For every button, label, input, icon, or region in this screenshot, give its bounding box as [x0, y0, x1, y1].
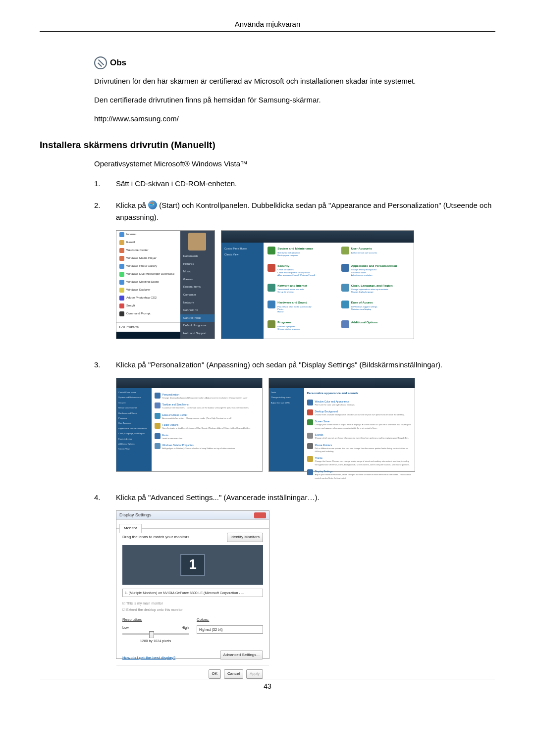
- sm-item: Windows Photo Gallery: [116, 262, 180, 270]
- step-1: 1. Sätt i CD-skivan i CD-ROM-enheten.: [94, 178, 495, 190]
- drag-text: Drag the icons to match your monitors.: [122, 534, 190, 541]
- step-number: 2.: [94, 200, 104, 349]
- note-paragraph-2: Den certifierade drivrutinen finns på he…: [94, 94, 495, 106]
- pz-item: PersonalizationChange desktop background…: [155, 391, 259, 401]
- pz-left-item: Additional Options: [118, 442, 150, 447]
- pz-item: Screen SaverChange your screen saver or …: [307, 418, 412, 431]
- cp-category: SecurityCheck for updatesCheck this comp…: [268, 264, 336, 281]
- step-number: 1.: [94, 178, 104, 190]
- search-bar: [116, 332, 180, 339]
- pz-left-item: Tasks: [271, 390, 302, 395]
- step-text-before: Klicka på: [116, 201, 148, 209]
- cp-left-item: Classic View: [224, 252, 261, 257]
- identify-monitors-button: Identify Monitors: [227, 533, 263, 542]
- sm-item: Windows Meeting Space: [116, 278, 180, 286]
- sm-ritem: Pictures: [180, 260, 214, 268]
- section-heading: Installera skärmens drivrutin (Manuellt): [40, 140, 495, 151]
- step-text: Sätt i CD-skivan i CD-ROM-enheten.: [116, 178, 495, 190]
- sm-item: Welcome Center: [116, 247, 180, 254]
- sm-item: Adobe Photoshop CS2: [116, 294, 180, 302]
- monitor-1-icon: 1: [180, 554, 205, 576]
- colors-dropdown: Highest (32 bit): [197, 625, 263, 634]
- advanced-settings-button: Advanced Settings...: [220, 651, 263, 660]
- step-3: 3. Klicka på "Personalization" (Anpassni…: [94, 359, 495, 482]
- pz-item: Folder OptionsSpecify single- or double-…: [155, 421, 259, 431]
- sm-item: SnagIt: [116, 302, 180, 310]
- sm-ritem: Music: [180, 268, 214, 276]
- sm-item: Command Prompt: [116, 310, 180, 318]
- start-icon: [148, 201, 157, 209]
- pz-left-item: Change desktop icons: [271, 395, 302, 400]
- pz-item: Window Color and AppearanceFine tune the…: [307, 398, 412, 408]
- screenshot-start-menu: Internet E-mail Welcome Center Windows M…: [116, 230, 215, 339]
- step-text: Klicka på "Advanced Settings..." (Avance…: [116, 492, 495, 659]
- pz-left-item: Programs: [118, 416, 150, 421]
- note-label: Obs: [110, 58, 126, 68]
- step-text: Klicka på (Start) och Kontrollpanelen. D…: [116, 200, 495, 349]
- dialog-titlebar: Display Settings: [116, 511, 269, 520]
- pz-left-item: Ease of Access: [118, 437, 150, 442]
- sm-ritem: Help and Support: [180, 330, 214, 338]
- pz-item: SoundsChange which sounds are heard when…: [307, 431, 412, 441]
- all-programs: ▸ All Programs: [116, 322, 180, 332]
- sm-ritem-control-panel: Control Panel: [180, 314, 214, 322]
- slider-high: High: [182, 625, 189, 630]
- main-monitor-checkbox: ☑ This is my main monitor: [122, 600, 263, 606]
- pz-left-item: System and Maintenance: [118, 395, 150, 400]
- pz-left-item: Adjust font size (DPI): [271, 401, 302, 405]
- resolution-label: Resolution:: [122, 617, 189, 623]
- monitor-dropdown: 1. (Multiple Monitors) on NVIDIA GeForce…: [122, 589, 263, 597]
- sm-ritem: Games: [180, 276, 214, 284]
- pz-item: Mouse PointersPick a different mouse poi…: [307, 442, 412, 455]
- cp-category: Network and InternetView network status …: [268, 284, 336, 298]
- pz-item: Desktop BackgroundChoose from available …: [307, 408, 412, 418]
- screenshot-appearance-personalization: Control Panel HomeSystem and Maintenance…: [116, 378, 263, 472]
- note-section: Obs Drivrutinen för den här skärmen är c…: [94, 56, 495, 125]
- pz-left-item: Appearance and Personalization: [118, 426, 150, 431]
- pz-left-item: Classic View: [118, 447, 150, 452]
- close-icon: [254, 512, 266, 518]
- cp-category: System and MaintenanceGet started with W…: [268, 247, 336, 261]
- pz-item: Windows Sidebar PropertiesAdd gadgets to…: [155, 442, 259, 452]
- extend-desktop-checkbox: ☑ Extend the desktop onto this monitor: [122, 606, 263, 613]
- cp-category: ProgramsUninstall a programChange startu…: [268, 320, 336, 335]
- cp-category: Hardware and SoundPlay CDs or other medi…: [268, 301, 336, 317]
- sm-ritem: Network: [180, 299, 214, 307]
- screenshot-control-panel: Control Panel Home Classic View System a…: [221, 230, 414, 339]
- pz-item: Taskbar and Start MenuCustomize the Star…: [155, 401, 259, 411]
- note-icon: [94, 56, 107, 69]
- slider-low: Low: [122, 625, 129, 630]
- user-avatar: [188, 233, 206, 251]
- screenshot-row-2: Control Panel HomeSystem and Maintenance…: [116, 378, 495, 472]
- pz-left-item: Network and Internet: [118, 405, 150, 410]
- step-list: 1. Sätt i CD-skivan i CD-ROM-enheten. 2.…: [94, 178, 495, 659]
- pz-left-item: User Accounts: [118, 421, 150, 426]
- pz-item: Display SettingsAdjust your monitor reso…: [307, 468, 412, 481]
- help-link: How do I get the best display?: [122, 655, 175, 661]
- cp-category: Additional Options: [341, 320, 410, 335]
- dialog-title: Display Settings: [119, 511, 152, 518]
- svg-point-0: [95, 57, 107, 69]
- sm-item: Windows Media Player: [116, 254, 180, 262]
- pz-left-item: Hardware and Sound: [118, 411, 150, 416]
- step-2: 2. Klicka på (Start) och Kontrollpanelen…: [94, 200, 495, 349]
- step-number: 4.: [94, 492, 104, 659]
- screenshot-display-settings: Display Settings Monitor Drag the icons …: [116, 510, 269, 659]
- os-line: Operativsystemet Microsoft® Windows Vist…: [94, 159, 495, 168]
- sm-ritem: Connect To: [180, 306, 214, 314]
- pz-item: FontsInstall or remove a font: [155, 432, 259, 442]
- personalization-heading: Personalize appearance and sounds: [307, 391, 412, 396]
- monitor-preview-area: 1: [122, 545, 263, 585]
- sm-item: Internet: [116, 231, 180, 239]
- sm-item: Windows Explorer: [116, 286, 180, 294]
- apply-button: Apply: [246, 669, 263, 679]
- note-url: http://www.samsung.com/: [94, 113, 495, 125]
- pz-item: Ease of Access CenterAccommodate low vis…: [155, 411, 259, 421]
- page-header: Använda mjukvaran: [40, 20, 495, 32]
- cp-left-item: Control Panel Home: [224, 246, 261, 252]
- step-number: 3.: [94, 359, 104, 482]
- sm-ritem: Computer: [180, 291, 214, 299]
- pz-item: ThemeChange the theme. Themes can change…: [307, 454, 412, 468]
- resolution-value: 1280 by 1024 pixels: [122, 638, 189, 644]
- cancel-button: Cancel: [224, 669, 243, 679]
